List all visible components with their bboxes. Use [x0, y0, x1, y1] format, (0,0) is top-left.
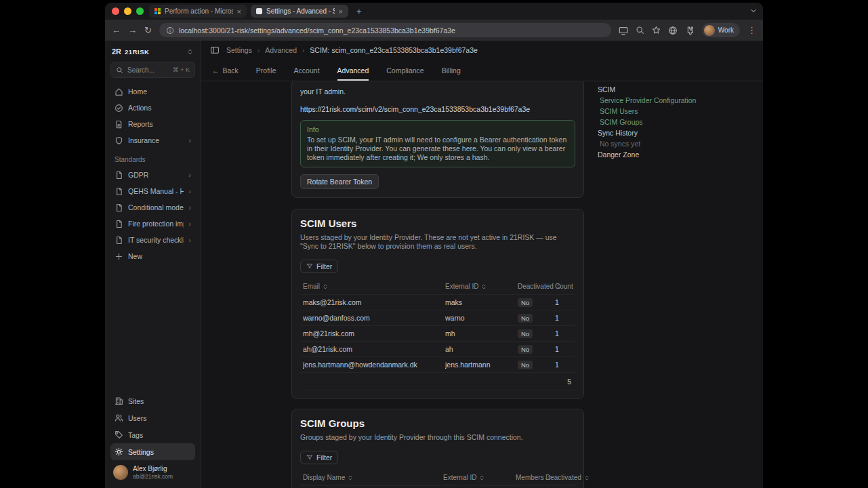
chevron-right-icon: › [188, 187, 191, 195]
sidebar-item-settings[interactable]: Settings [110, 443, 195, 460]
sidebar-item-it-security[interactable]: IT security checklist › [110, 232, 195, 248]
toc-scim-groups[interactable]: SCIM Groups [598, 117, 706, 127]
scim-groups-description: Groups staged by your Identity Provider … [300, 433, 575, 442]
back-icon[interactable]: ← [112, 26, 121, 35]
info-title: Info [307, 125, 569, 134]
check-circle-icon [115, 104, 123, 113]
rotate-bearer-token-button[interactable]: Rotate Bearer Token [300, 174, 379, 189]
toc-service-provider-configuration[interactable]: Service Provider Configuration [598, 95, 706, 106]
table-row[interactable]: warno@danfoss.com warno No 1 [300, 310, 575, 326]
filter-button[interactable]: Filter [300, 260, 338, 273]
sidebar-item-insurance[interactable]: Insurance › [110, 132, 195, 148]
forward-icon[interactable]: → [128, 26, 137, 35]
sidebar-item-tags[interactable]: Tags [110, 426, 195, 443]
table-row[interactable]: ah@21risk.com ah No 1 [300, 342, 575, 357]
toc-danger-zone[interactable]: Danger Zone [598, 149, 706, 160]
workspace-switcher[interactable]: 2R 21RISK [110, 46, 195, 62]
sidebar-item-gdpr[interactable]: GDPR › [110, 167, 195, 183]
tab-advanced[interactable]: Advanced [337, 60, 369, 81]
browser-tab-strip: Perform action - Microsoft A... × Settin… [105, 3, 763, 20]
search-icon [116, 66, 123, 74]
logo-mark: 2R [112, 47, 121, 56]
toc-sync-history[interactable]: Sync History [598, 127, 706, 138]
toc-scim-users[interactable]: SCIM Users [598, 106, 706, 117]
back-button[interactable]: ← Back [212, 60, 239, 81]
tab-account[interactable]: Account [294, 60, 320, 81]
breadcrumb-settings[interactable]: Settings [226, 46, 252, 54]
users-icon [115, 413, 123, 422]
microsoft-favicon [154, 8, 161, 14]
search-shortcut: ⌘ + K [173, 66, 190, 73]
tab-profile[interactable]: Profile [256, 60, 276, 81]
collapse-chevrons-icon[interactable] [186, 48, 194, 56]
sort-icon[interactable] [584, 475, 590, 481]
search-input[interactable]: Search... ⌘ + K [110, 62, 195, 78]
browser-menu-icon[interactable]: ⋮ [747, 26, 756, 35]
globe-icon[interactable] [668, 26, 678, 35]
browser-navbar: ← → ↻ localhost:3000/21-risk/settings/ad… [105, 20, 763, 41]
address-bar[interactable]: localhost:3000/21-risk/settings/advanced… [159, 23, 611, 37]
col-external-id: External ID [443, 474, 476, 481]
bookmark-star-icon[interactable] [652, 26, 661, 35]
extensions-icon[interactable] [685, 26, 695, 35]
chevron-right-icon: › [188, 171, 191, 179]
profile-label: Work [718, 26, 734, 34]
deactivated-badge: No [518, 345, 533, 354]
table-row[interactable]: maks@21risk.com maks No 1 [300, 295, 575, 310]
file-icon [115, 203, 123, 212]
sort-icon[interactable] [481, 284, 487, 289]
cast-icon[interactable] [619, 26, 628, 35]
browser-profile-chip[interactable]: Work [702, 23, 740, 37]
new-tab-button[interactable]: + [352, 6, 366, 16]
sidebar-item-home[interactable]: Home [110, 83, 195, 100]
user-avatar [113, 465, 128, 480]
sidebar-item-fire-protection[interactable]: Fire protection impairmen... › [110, 216, 195, 232]
browser-tab-2[interactable]: Settings - Advanced - SCIM × [251, 5, 348, 18]
tab-compliance[interactable]: Compliance [386, 60, 423, 81]
toc-no-syncs: No syncs yet [598, 138, 706, 149]
browser-tab-1[interactable]: Perform action - Microsoft A... × [149, 5, 247, 18]
table-row[interactable]: jens.hartmann@howdendanmark.dk jens.hart… [300, 357, 575, 373]
sidebar-toggle-icon[interactable] [210, 45, 220, 55]
sidebar-item-actions[interactable]: Actions [110, 100, 195, 116]
close-tab-icon[interactable]: × [237, 7, 241, 16]
bearer-token-card: your IT admin. https://21risk.com/scim/v… [291, 81, 584, 198]
sidebar-item-qehs[interactable]: QEHS Manual - Health & ... › [110, 183, 195, 199]
close-window-button[interactable] [112, 7, 119, 15]
sort-icon[interactable] [479, 475, 484, 481]
content-scroll-area[interactable]: your IT admin. https://21risk.com/scim/v… [201, 81, 763, 488]
deactivated-badge: No [518, 361, 533, 369]
sort-icon[interactable] [348, 475, 353, 481]
shield-icon [115, 136, 123, 145]
user-menu[interactable]: Alex Bjørlig ab@21risk.com [110, 460, 195, 483]
page-toc: SCIM Service Provider Configuration SCIM… [598, 81, 706, 160]
toc-scim[interactable]: SCIM [598, 84, 706, 95]
site-info-icon[interactable] [166, 26, 174, 35]
reload-icon[interactable]: ↻ [144, 26, 152, 35]
tab-billing[interactable]: Billing [442, 60, 461, 81]
chevron-right-icon: › [302, 47, 304, 54]
zoom-window-button[interactable] [136, 7, 144, 15]
filter-button[interactable]: Filter [300, 451, 338, 464]
sidebar-item-conditional-model[interactable]: Conditional model › [110, 199, 195, 216]
table-row[interactable]: mh@21risk.com mh No 1 [300, 326, 575, 342]
info-body: To set up SCIM, your IT admin will need … [307, 136, 569, 162]
url-text: localhost:3000/21-risk/settings/advanced… [179, 26, 455, 35]
minimize-window-button[interactable] [124, 7, 131, 15]
close-tab-icon[interactable]: × [339, 7, 343, 16]
main-area: Settings › Advanced › SCIM: scim_conn_e2… [201, 41, 763, 488]
tab-list-chevron-icon[interactable] [749, 5, 758, 18]
sidebar-item-users[interactable]: Users [110, 409, 195, 426]
sort-icon[interactable] [323, 284, 328, 289]
chevron-right-icon: › [188, 203, 191, 211]
breadcrumb-bar: Settings › Advanced › SCIM: scim_conn_e2… [201, 41, 763, 60]
breadcrumb-advanced[interactable]: Advanced [265, 46, 297, 54]
file-icon [115, 220, 123, 228]
sidebar-item-sites[interactable]: Sites [110, 392, 195, 409]
scim-users-title: SCIM Users [300, 218, 575, 229]
search-icon[interactable] [636, 26, 644, 35]
gear-icon [115, 447, 123, 456]
sidebar-item-reports[interactable]: Reports [110, 116, 195, 132]
sidebar-item-new[interactable]: New [110, 248, 195, 264]
browser-window: Perform action - Microsoft A... × Settin… [105, 3, 763, 488]
